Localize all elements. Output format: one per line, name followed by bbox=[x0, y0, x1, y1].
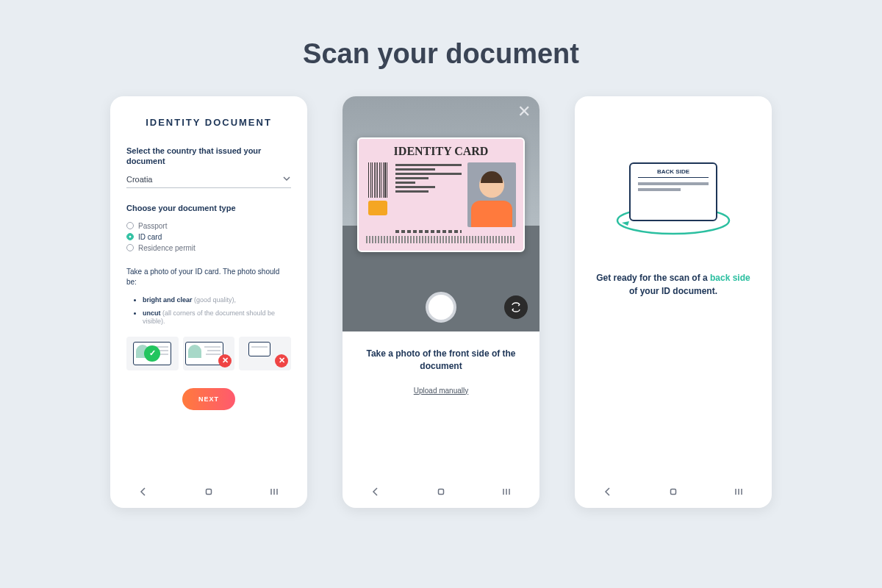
camera-preview: ✕ IDENTITY CARD bbox=[343, 96, 539, 331]
nav-home-icon[interactable] bbox=[194, 487, 223, 499]
flip-camera-icon[interactable] bbox=[504, 295, 528, 319]
identity-doc-heading: IDENTITY DOCUMENT bbox=[126, 117, 291, 128]
phone-3: BACK SIDE Get ready for the scan of a ba… bbox=[575, 96, 772, 508]
cross-icon: ✕ bbox=[218, 354, 232, 368]
example-bad-2: ✕ bbox=[239, 337, 291, 370]
android-navbar bbox=[110, 477, 307, 508]
nav-back-icon[interactable] bbox=[593, 487, 623, 499]
android-navbar bbox=[343, 477, 539, 508]
person-photo bbox=[467, 162, 516, 227]
nav-home-icon[interactable] bbox=[426, 487, 456, 499]
example-thumbnails: ✓ ✕ ✕ bbox=[126, 337, 291, 370]
close-icon[interactable]: ✕ bbox=[517, 104, 531, 120]
radio-id-card[interactable]: ID card bbox=[126, 232, 291, 243]
country-label: Select the country that issued your docu… bbox=[126, 146, 291, 167]
radio-icon bbox=[126, 233, 134, 240]
radio-label: Passport bbox=[138, 222, 167, 230]
radio-label: ID card bbox=[138, 233, 162, 241]
nav-back-icon[interactable] bbox=[129, 487, 158, 499]
svg-rect-0 bbox=[206, 489, 211, 494]
flip-card-illustration: BACK SIDE bbox=[618, 162, 728, 251]
example-good: ✓ bbox=[126, 337, 179, 370]
radio-passport[interactable]: Passport bbox=[126, 220, 291, 232]
card-title: IDENTITY CARD bbox=[366, 145, 516, 158]
chip-icon bbox=[368, 201, 387, 215]
radio-label: Residence permit bbox=[138, 244, 196, 252]
phone-row: IDENTITY DOCUMENT Select the country tha… bbox=[0, 96, 882, 508]
radio-icon bbox=[126, 244, 134, 251]
radio-residence-permit[interactable]: Residence permit bbox=[126, 243, 291, 254]
svg-rect-4 bbox=[438, 489, 443, 494]
phone-2: ✕ IDENTITY CARD bbox=[343, 96, 539, 508]
nav-recents-icon[interactable] bbox=[724, 487, 753, 499]
country-select[interactable]: Croatia bbox=[126, 174, 291, 188]
chevron-down-icon bbox=[282, 174, 291, 184]
bullet-item: bright and clear (good quality), bbox=[143, 296, 291, 305]
next-button[interactable]: NEXT bbox=[182, 388, 235, 410]
svg-rect-9 bbox=[670, 489, 675, 494]
nav-recents-icon[interactable] bbox=[492, 487, 521, 499]
upload-manually-link[interactable]: Upload manually bbox=[414, 387, 469, 395]
capture-instruction: Take a photo of the front side of the do… bbox=[360, 348, 522, 373]
country-value: Croatia bbox=[126, 175, 152, 184]
cross-icon: ✕ bbox=[275, 354, 288, 368]
id-card-preview: IDENTITY CARD bbox=[357, 137, 525, 252]
check-icon: ✓ bbox=[144, 345, 160, 362]
photo-instruction: Take a photo of your ID card. The photo … bbox=[126, 267, 291, 287]
doctype-radio-group: Passport ID card Residence permit bbox=[126, 220, 291, 254]
card-back-label: BACK SIDE bbox=[638, 168, 709, 178]
shutter-button[interactable] bbox=[426, 292, 456, 323]
nav-home-icon[interactable] bbox=[659, 487, 688, 499]
doctype-label: Choose your document type bbox=[126, 203, 291, 213]
radio-icon bbox=[126, 222, 134, 229]
nav-back-icon[interactable] bbox=[361, 487, 390, 499]
photo-requirements: bright and clear (good quality), uncut (… bbox=[126, 296, 291, 326]
android-navbar bbox=[575, 477, 772, 508]
example-bad-1: ✕ bbox=[183, 337, 235, 370]
bullet-item: uncut (all corners of the document shoul… bbox=[143, 309, 291, 326]
phone-1: IDENTITY DOCUMENT Select the country tha… bbox=[110, 96, 307, 508]
barcode-icon bbox=[368, 162, 387, 198]
nav-recents-icon[interactable] bbox=[259, 487, 289, 499]
backside-instruction: Get ready for the scan of a back side of… bbox=[595, 271, 751, 298]
page-title: Scan your document bbox=[0, 0, 882, 96]
